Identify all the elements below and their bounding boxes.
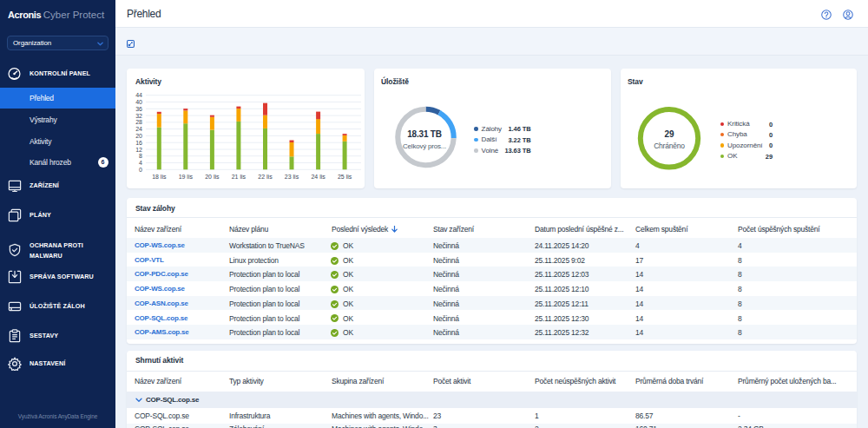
svg-text:44: 44 <box>135 92 142 98</box>
svg-text:0: 0 <box>139 167 142 173</box>
svg-text:40: 40 <box>135 99 142 105</box>
svg-text:21 lis: 21 lis <box>232 174 247 180</box>
svg-text:25 lis: 25 lis <box>338 174 352 180</box>
svg-text:36: 36 <box>135 106 142 112</box>
svg-text:18 lis: 18 lis <box>152 174 167 180</box>
svg-text:16: 16 <box>135 140 142 146</box>
svg-text:24 lis: 24 lis <box>311 174 326 180</box>
svg-text:4: 4 <box>139 160 142 166</box>
svg-text:8: 8 <box>139 153 142 159</box>
svg-text:20: 20 <box>135 133 142 139</box>
svg-text:23 lis: 23 lis <box>285 174 299 180</box>
svg-text:19 lis: 19 lis <box>179 174 194 180</box>
svg-text:12: 12 <box>135 147 142 153</box>
svg-text:24: 24 <box>135 126 142 132</box>
svg-text:20 lis: 20 lis <box>205 174 220 180</box>
svg-text:22 lis: 22 lis <box>258 174 273 180</box>
svg-text:28: 28 <box>135 119 142 125</box>
svg-text:32: 32 <box>135 113 142 119</box>
